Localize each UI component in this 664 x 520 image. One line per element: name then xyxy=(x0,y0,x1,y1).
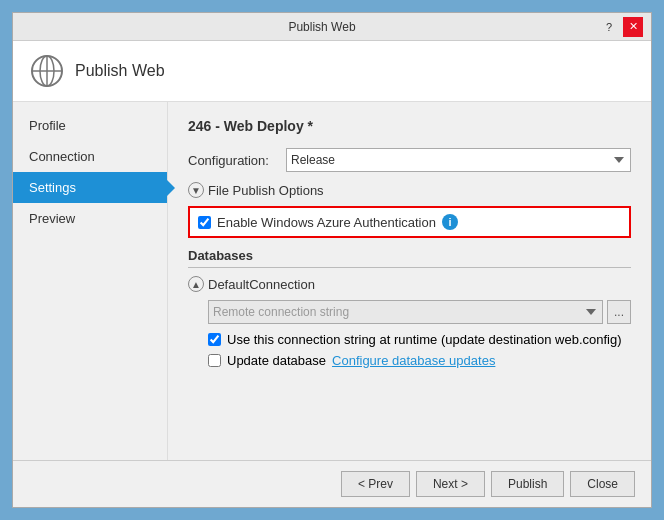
config-select[interactable]: Release xyxy=(286,148,631,172)
azure-auth-checkbox[interactable] xyxy=(198,216,211,229)
sidebar-item-preview[interactable]: Preview xyxy=(13,203,167,234)
footer: < Prev Next > Publish Close xyxy=(13,460,651,507)
help-button[interactable]: ? xyxy=(599,17,619,37)
connection-string-input[interactable]: Remote connection string xyxy=(208,300,603,324)
main-area: Profile Connection Settings Preview 246 … xyxy=(13,102,651,460)
update-db-checkbox[interactable] xyxy=(208,354,221,367)
use-runtime-label: Use this connection string at runtime (u… xyxy=(227,332,622,347)
section-title: 246 - Web Deploy * xyxy=(188,118,631,134)
db-collapse-icon: ▲ xyxy=(188,276,204,292)
publish-web-icon xyxy=(29,53,65,89)
connection-string-row: Remote connection string ... xyxy=(208,300,631,324)
prev-button[interactable]: < Prev xyxy=(341,471,410,497)
default-connection-header[interactable]: ▲ DefaultConnection xyxy=(188,276,631,292)
azure-auth-label: Enable Windows Azure Authentication xyxy=(217,215,436,230)
update-db-row: Update database Configure database updat… xyxy=(208,353,631,368)
publish-button[interactable]: Publish xyxy=(491,471,564,497)
update-db-label: Update database xyxy=(227,353,326,368)
info-icon[interactable]: i xyxy=(442,214,458,230)
publish-web-dialog: Publish Web ? ✕ Publish Web Profile Conn… xyxy=(12,12,652,508)
azure-auth-row: Enable Windows Azure Authentication i xyxy=(188,206,631,238)
content-area: 246 - Web Deploy * Configuration: Releas… xyxy=(168,102,651,460)
title-bar: Publish Web ? ✕ xyxy=(13,13,651,41)
dialog-title: Publish Web xyxy=(45,20,599,34)
use-runtime-checkbox[interactable] xyxy=(208,333,221,346)
use-runtime-row: Use this connection string at runtime (u… xyxy=(208,332,631,347)
next-button[interactable]: Next > xyxy=(416,471,485,497)
sidebar-item-profile[interactable]: Profile xyxy=(13,110,167,141)
sidebar-item-settings[interactable]: Settings xyxy=(13,172,167,203)
configuration-row: Configuration: Release xyxy=(188,148,631,172)
browse-button[interactable]: ... xyxy=(607,300,631,324)
configure-db-link[interactable]: Configure database updates xyxy=(332,353,495,368)
collapse-icon: ▼ xyxy=(188,182,204,198)
file-publish-options-label: File Publish Options xyxy=(208,183,324,198)
title-bar-controls: ? ✕ xyxy=(599,17,643,37)
sidebar: Profile Connection Settings Preview xyxy=(13,102,168,460)
config-label: Configuration: xyxy=(188,153,278,168)
header-area: Publish Web xyxy=(13,41,651,102)
default-connection-label: DefaultConnection xyxy=(208,277,315,292)
sidebar-item-connection[interactable]: Connection xyxy=(13,141,167,172)
close-footer-button[interactable]: Close xyxy=(570,471,635,497)
file-publish-options-header[interactable]: ▼ File Publish Options xyxy=(188,182,631,198)
close-button[interactable]: ✕ xyxy=(623,17,643,37)
databases-title: Databases xyxy=(188,248,631,268)
databases-section: Databases ▲ DefaultConnection Remote con… xyxy=(188,248,631,368)
header-title: Publish Web xyxy=(75,62,165,80)
